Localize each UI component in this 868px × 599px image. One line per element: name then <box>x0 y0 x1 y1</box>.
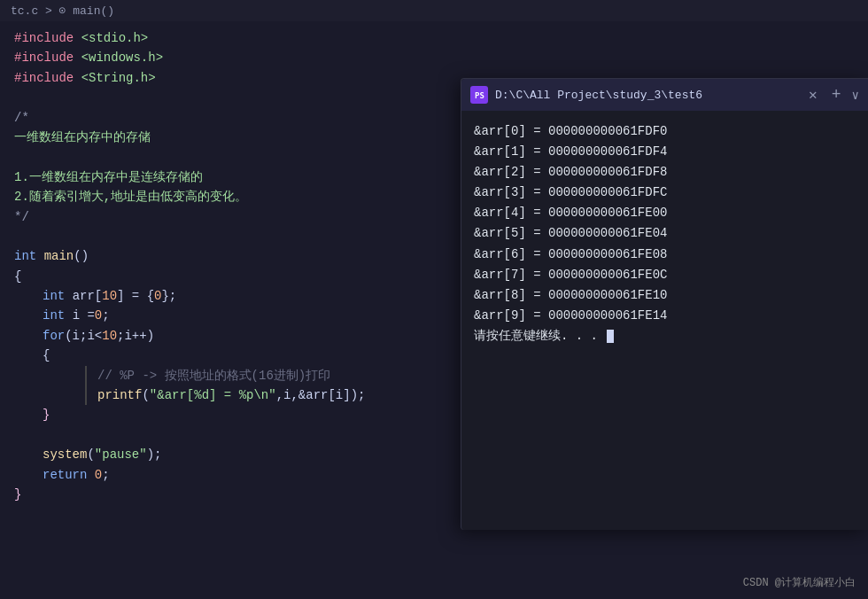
terminal-output-line: &arr[4] = 000000000061FE00 <box>474 203 856 223</box>
svg-text:PS: PS <box>475 91 484 100</box>
breadcrumb: tc.c > ⊙ main() <box>0 0 868 21</box>
terminal-chevron-button[interactable]: ∨ <box>852 88 859 103</box>
terminal-titlebar: PS D:\C\All Project\study_3\test6 ✕ + ∨ <box>461 79 868 111</box>
breadcrumb-text: tc.c > ⊙ main() <box>11 4 114 18</box>
terminal-panel: PS D:\C\All Project\study_3\test6 ✕ + ∨ … <box>461 78 868 530</box>
code-line: #include <stdio.h> <box>0 28 868 48</box>
terminal-close-button[interactable]: ✕ <box>805 86 821 104</box>
terminal-add-button[interactable]: + <box>828 86 845 104</box>
terminal-output-line: &arr[9] = 000000000061FE14 <box>474 306 856 326</box>
code-line: #include <windows.h> <box>0 48 868 67</box>
terminal-output-line: &arr[8] = 000000000061FE10 <box>474 285 856 306</box>
terminal-output-line: 请按任意键继续. . . <box>474 326 856 346</box>
terminal-body: &arr[0] = 000000000061FDF0&arr[1] = 0000… <box>461 111 868 530</box>
terminal-output-line: &arr[0] = 000000000061FDF0 <box>474 121 856 142</box>
terminal-output-line: &arr[1] = 000000000061FDF4 <box>474 142 856 162</box>
terminal-output-line: &arr[6] = 000000000061FE08 <box>474 245 856 265</box>
terminal-output-line: &arr[2] = 000000000061FDF8 <box>474 162 856 183</box>
terminal-cursor <box>607 330 614 343</box>
terminal-output-line: &arr[5] = 000000000061FE04 <box>474 223 856 244</box>
terminal-title: D:\C\All Project\study_3\test6 <box>495 89 798 102</box>
terminal-output-line: &arr[3] = 000000000061FDFC <box>474 183 856 203</box>
terminal-output-line: &arr[7] = 000000000061FE0C <box>474 265 856 285</box>
watermark: CSDN @计算机编程小白 <box>743 575 856 590</box>
terminal-icon: PS <box>470 86 488 104</box>
